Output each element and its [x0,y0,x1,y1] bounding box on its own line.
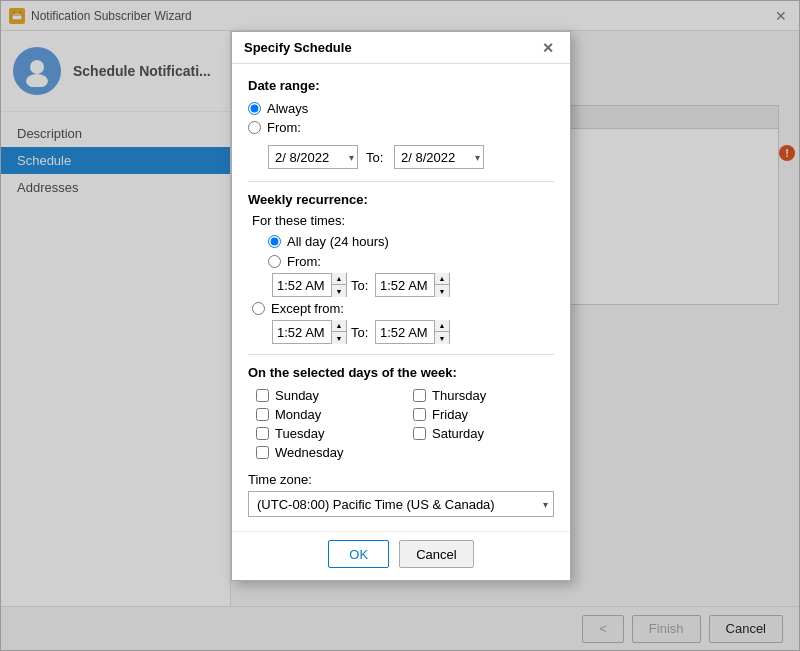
to-date-wrapper: 2/ 8/2022 [394,145,484,169]
from-time-radio-row: From: [248,254,554,269]
to-time-down[interactable]: ▼ [435,285,449,297]
saturday-row: Saturday [413,426,554,441]
timezone-section: Time zone: (UTC-08:00) Pacific Time (US … [248,472,554,517]
from-time-input[interactable] [273,274,331,296]
days-grid: Sunday Thursday Monday Friday Tuesday [248,388,554,460]
sunday-row: Sunday [256,388,397,403]
monday-row: Monday [256,407,397,422]
saturday-checkbox[interactable] [413,427,426,440]
to-time-up[interactable]: ▲ [435,273,449,285]
to-time-box: ▲ ▼ [375,273,450,297]
date-range-title: Date range: [248,78,554,93]
always-label: Always [267,101,308,116]
except-to-time-spinner: ▲ ▼ [434,320,449,344]
except-from-label: Except from: [271,301,344,316]
to-time-input[interactable] [376,274,434,296]
modal-body: Date range: Always From: 2/ 8/2022 To: [232,64,570,531]
modal-close-button[interactable]: ✕ [538,38,558,58]
all-day-radio[interactable] [268,235,281,248]
modal-footer: OK Cancel [232,531,570,580]
except-from-time-up[interactable]: ▲ [332,320,346,332]
thursday-label: Thursday [432,388,486,403]
from-date-label: From: [267,120,301,135]
specify-schedule-dialog: Specify Schedule ✕ Date range: Always Fr… [231,31,571,581]
thursday-row: Thursday [413,388,554,403]
except-to-separator-label: To: [351,325,371,340]
timezone-wrapper: (UTC-08:00) Pacific Time (US & Canada) (… [248,491,554,517]
except-time-row: ▲ ▼ To: ▲ ▼ [248,320,554,344]
wednesday-checkbox[interactable] [256,446,269,459]
from-time-up[interactable]: ▲ [332,273,346,285]
tuesday-checkbox[interactable] [256,427,269,440]
date-range-options: Always From: [248,101,554,135]
timezone-select[interactable]: (UTC-08:00) Pacific Time (US & Canada) (… [248,491,554,517]
saturday-label: Saturday [432,426,484,441]
wizard-window: Notification Subscriber Wizard ✕ Schedul… [0,0,800,651]
from-time-spinner: ▲ ▼ [331,273,346,297]
time-to-separator-label: To: [351,278,371,293]
from-date-radio[interactable] [248,121,261,134]
wednesday-row: Wednesday [256,445,397,460]
friday-checkbox[interactable] [413,408,426,421]
to-date-select[interactable]: 2/ 8/2022 [394,145,484,169]
date-range-row: 2/ 8/2022 To: 2/ 8/2022 [248,145,554,169]
friday-label: Friday [432,407,468,422]
ok-button[interactable]: OK [328,540,389,568]
sunday-checkbox[interactable] [256,389,269,402]
except-from-radio[interactable] [252,302,265,315]
for-times-label: For these times: [248,213,554,228]
timezone-label: Time zone: [248,472,554,487]
from-time-radio[interactable] [268,255,281,268]
from-date-wrapper: 2/ 8/2022 [268,145,358,169]
wednesday-label: Wednesday [275,445,343,460]
sunday-label: Sunday [275,388,319,403]
weekly-recurrence-title: Weekly recurrence: [248,192,554,207]
modal-title: Specify Schedule [244,40,538,55]
all-day-label: All day (24 hours) [287,234,389,249]
except-to-time-input[interactable] [376,321,434,343]
modal-cancel-button[interactable]: Cancel [399,540,473,568]
tuesday-row: Tuesday [256,426,397,441]
from-time-down[interactable]: ▼ [332,285,346,297]
from-time-radio-label: From: [287,254,321,269]
except-from-row: Except from: [248,301,554,316]
friday-row: Friday [413,407,554,422]
to-date-label: To: [366,150,386,165]
thursday-checkbox[interactable] [413,389,426,402]
except-to-time-down[interactable]: ▼ [435,332,449,344]
always-option-row: Always [248,101,554,116]
from-time-box: ▲ ▼ [272,273,347,297]
from-option-row: From: [248,120,554,135]
to-time-spinner: ▲ ▼ [434,273,449,297]
always-radio[interactable] [248,102,261,115]
monday-label: Monday [275,407,321,422]
except-to-time-up[interactable]: ▲ [435,320,449,332]
monday-checkbox[interactable] [256,408,269,421]
except-from-time-spinner: ▲ ▼ [331,320,346,344]
days-section-title: On the selected days of the week: [248,365,554,380]
from-time-row: ▲ ▼ To: ▲ ▼ [248,273,554,297]
except-to-time-box: ▲ ▼ [375,320,450,344]
tuesday-label: Tuesday [275,426,324,441]
except-from-time-down[interactable]: ▼ [332,332,346,344]
all-day-row: All day (24 hours) [248,234,554,249]
except-from-time-box: ▲ ▼ [272,320,347,344]
except-from-time-input[interactable] [273,321,331,343]
from-date-select[interactable]: 2/ 8/2022 [268,145,358,169]
modal-titlebar: Specify Schedule ✕ [232,32,570,64]
